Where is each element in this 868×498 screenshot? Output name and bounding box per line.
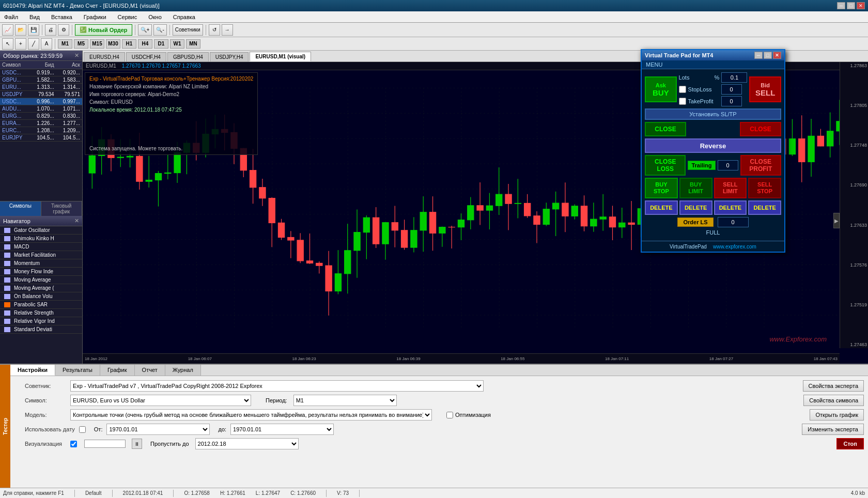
- vtp-delete-4-btn[interactable]: DELETE: [748, 200, 781, 215]
- tf-d1[interactable]: D1: [154, 39, 168, 49]
- st-optimization-checkbox[interactable]: [446, 412, 453, 418]
- vtp-close-btn[interactable]: ✕: [773, 52, 781, 59]
- navigator-close[interactable]: ✕: [74, 217, 79, 224]
- nav-item[interactable]: Ichimoku Kinko H: [0, 235, 82, 243]
- st-open-chart-btn[interactable]: Открыть график: [810, 409, 864, 421]
- vtp-reverse-btn[interactable]: Reverse: [645, 138, 781, 153]
- crosshair-btn[interactable]: +: [15, 38, 26, 50]
- chart-tab[interactable]: USDJPY,H4: [210, 52, 249, 61]
- zoom-in-btn[interactable]: 🔍+: [138, 24, 152, 36]
- menu-service[interactable]: Сервис: [116, 13, 140, 21]
- vtp-stoploss-input[interactable]: [721, 84, 742, 95]
- menu-file[interactable]: Файл: [2, 13, 20, 21]
- nav-item[interactable]: Relative Vigor Ind: [0, 317, 82, 325]
- mw-row[interactable]: USDJPY79.53479.571: [0, 91, 82, 98]
- nav-item[interactable]: Relative Strength: [0, 309, 82, 317]
- tf-m1[interactable]: M1: [58, 39, 72, 49]
- tf-m30[interactable]: M30: [106, 39, 120, 49]
- text-btn[interactable]: A: [41, 38, 52, 50]
- mw-row[interactable]: GBPU...1.582...1.583...: [0, 76, 82, 84]
- tf-w1[interactable]: W1: [170, 39, 184, 49]
- vtp-close-green-btn[interactable]: CLOSE: [645, 122, 686, 136]
- vtp-buy-limit-btn[interactable]: BUYLIMIT: [679, 178, 712, 198]
- menu-charts[interactable]: Графики: [82, 13, 109, 21]
- chart-tab[interactable]: EURUSD,H4: [84, 52, 125, 61]
- menu-help[interactable]: Справка: [171, 13, 197, 21]
- tf-mn[interactable]: MN: [186, 39, 200, 49]
- tf-h4[interactable]: H4: [138, 39, 152, 49]
- nav-item[interactable]: Money Flow Inde: [0, 268, 82, 276]
- tf-m15[interactable]: M15: [90, 39, 104, 49]
- new-order-btn[interactable]: 💹 Новый Ордер: [75, 24, 132, 36]
- st-model-select[interactable]: Контрольные точки (очень грубый метод на…: [70, 409, 432, 421]
- vtp-delete-1-btn[interactable]: DELETE: [645, 200, 678, 215]
- nav-item[interactable]: Parabolic SAR: [0, 301, 82, 309]
- st-use-date-checkbox[interactable]: [79, 426, 86, 433]
- save-btn[interactable]: 💾: [28, 24, 39, 36]
- vtp-set-sltp-btn[interactable]: Установить SL/TP: [645, 108, 781, 120]
- st-tab-журнал[interactable]: Журнал: [165, 365, 201, 376]
- chart-shift-btn[interactable]: →: [222, 24, 233, 36]
- nav-item[interactable]: Standard Deviati: [0, 325, 82, 334]
- maximize-btn[interactable]: □: [847, 2, 855, 9]
- chart-tab[interactable]: USDCHF,H4: [126, 52, 166, 61]
- vtp-menu-label[interactable]: MENU: [646, 61, 662, 68]
- mw-row[interactable]: EURJPY104.5...104.5...: [0, 134, 82, 142]
- st-visualization-checkbox[interactable]: [70, 441, 77, 447]
- st-change-expert-btn[interactable]: Изменить эксперта: [802, 424, 864, 435]
- chart-tab[interactable]: EURUSD,M1 (visual): [250, 52, 311, 61]
- st-tab-результаты[interactable]: Результаты: [55, 365, 100, 376]
- vtp-lots-input[interactable]: [721, 72, 747, 83]
- st-properties-expert-btn[interactable]: Свойства эксперта: [803, 380, 864, 392]
- new-chart-btn[interactable]: 📈: [2, 24, 13, 36]
- chart-tab[interactable]: GBPUSD,H4: [167, 52, 209, 61]
- st-pause-btn[interactable]: ⏸: [132, 439, 142, 449]
- st-tab-график[interactable]: График: [100, 365, 135, 376]
- mw-row[interactable]: USDC...0.919...0.920...: [0, 69, 82, 76]
- mw-row[interactable]: EURC...1.208...1.209...: [0, 127, 82, 134]
- mw-tab-tick[interactable]: Тиковый график: [41, 201, 83, 216]
- close-btn[interactable]: ✕: [857, 2, 865, 9]
- st-from-select[interactable]: 1970.01.01: [106, 424, 210, 435]
- mw-row[interactable]: EURA...1.226...1.277...: [0, 120, 82, 127]
- vtp-order-ls-label[interactable]: Order LS: [677, 217, 713, 227]
- menu-window[interactable]: Окно: [146, 13, 164, 21]
- nav-item[interactable]: MACD: [0, 243, 82, 251]
- vtp-takeprofit-input[interactable]: [721, 96, 742, 106]
- vtp-close-red-btn[interactable]: CLOSE: [740, 122, 781, 136]
- line-btn[interactable]: ╱: [28, 38, 39, 50]
- vtp-bid-sell-btn[interactable]: Bid SELL: [749, 76, 781, 102]
- cursor-btn[interactable]: ↖: [2, 38, 13, 50]
- mw-row[interactable]: AUDU...1.070...1.071...: [0, 105, 82, 113]
- vtp-delete-3-btn[interactable]: DELETE: [714, 200, 747, 215]
- st-properties-symbol-btn[interactable]: Свойства символа: [803, 395, 864, 406]
- minimize-btn[interactable]: ─: [837, 2, 845, 9]
- st-tab-настройки[interactable]: Настройки: [10, 365, 55, 376]
- nav-item[interactable]: Moving Average (: [0, 284, 82, 292]
- st-period-select[interactable]: M1: [293, 395, 397, 406]
- vtp-order-ls-input[interactable]: [718, 217, 749, 227]
- st-symbol-select[interactable]: EURUSD, Euro vs US Dollar: [70, 395, 251, 406]
- st-stop-btn[interactable]: Стоп: [836, 438, 864, 449]
- tf-h1[interactable]: H1: [122, 39, 136, 49]
- scroll-right-arrow[interactable]: ▶: [833, 213, 840, 228]
- menu-insert[interactable]: Вставка: [49, 13, 74, 21]
- vtp-maximize-btn[interactable]: □: [764, 52, 772, 59]
- nav-item[interactable]: Moving Average: [0, 276, 82, 284]
- vtp-trailing-label[interactable]: Trailing: [688, 161, 715, 170]
- st-to-select[interactable]: 1970.01.01: [230, 424, 334, 435]
- vtp-sell-limit-btn[interactable]: SELLLIMIT: [714, 178, 747, 198]
- st-skip-select[interactable]: 2012.02.18: [195, 438, 299, 449]
- nav-item[interactable]: Market Facilitation: [0, 251, 82, 259]
- menu-view[interactable]: Вид: [27, 13, 42, 21]
- vtp-trailing-input[interactable]: [718, 160, 738, 170]
- tf-m5[interactable]: M5: [74, 39, 88, 49]
- settings-btn[interactable]: ⚙: [58, 24, 69, 36]
- zoom-out-btn[interactable]: 🔍-: [153, 24, 166, 36]
- nav-item[interactable]: Gator Oscillator: [0, 226, 82, 235]
- mw-row[interactable]: EURG...0.829...0.830...: [0, 113, 82, 120]
- market-watch-close[interactable]: ✕: [74, 52, 79, 59]
- vtp-close-profit-btn[interactable]: CLOSEPROFIT: [740, 155, 781, 176]
- open-btn[interactable]: 📂: [15, 24, 26, 36]
- vtp-minimize-btn[interactable]: ─: [754, 52, 763, 59]
